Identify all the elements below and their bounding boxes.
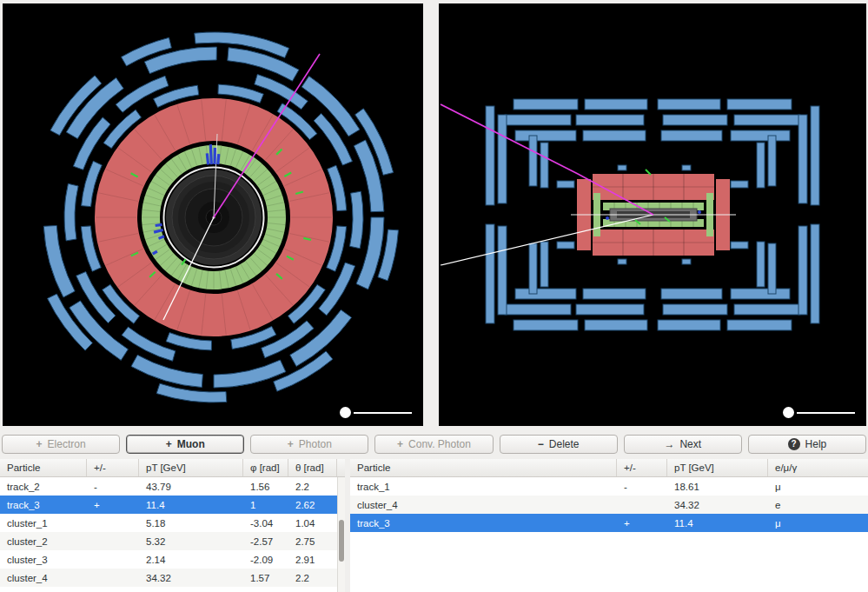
column-header-charge[interactable]: +/-	[617, 459, 667, 476]
table-cell: 2.2	[288, 573, 337, 583]
table-body: track_1-18.61μcluster_434.32etrack_3+11.…	[350, 477, 868, 592]
help-button[interactable]: ? Help	[748, 435, 866, 454]
transverse-view-canvas[interactable]	[3, 3, 423, 426]
table-cell: μ	[768, 482, 868, 492]
table-cell: 1.56	[243, 482, 288, 492]
table-cell: 5.18	[139, 518, 243, 529]
table-cell: 1.57	[243, 573, 288, 583]
table-cell: track_2	[0, 482, 87, 492]
table-body: track_2-43.791.562.2track_3+11.412.62clu…	[0, 477, 337, 592]
button-label: Photon	[299, 438, 332, 450]
column-header-charge[interactable]: +/-	[87, 459, 139, 476]
plus-icon: +	[36, 439, 43, 449]
table-cell: cluster_4	[350, 500, 617, 510]
table-cell: 5.32	[139, 536, 243, 547]
table-row[interactable]: cluster_15.18-3.041.04	[0, 514, 337, 532]
table-row[interactable]: cluster_32.14-2.092.91	[0, 550, 337, 569]
particle-table-right: Particle +/- pT [GeV] e/μ/γ track_1-18.6…	[350, 459, 868, 592]
button-label: Electron	[48, 438, 86, 450]
table-cell: track_3	[350, 518, 617, 529]
plus-icon: +	[166, 439, 172, 449]
add-conv-photon-button[interactable]: + Conv. Photon	[374, 435, 493, 454]
table-cell: e	[768, 500, 868, 510]
table-row[interactable]: track_2-43.791.562.2	[0, 477, 337, 496]
table-cell: 11.4	[139, 500, 243, 510]
column-header-pt[interactable]: pT [GeV]	[139, 459, 243, 476]
plus-icon: +	[288, 439, 294, 449]
table-cell: cluster_1	[0, 518, 87, 529]
scrollbar-thumb[interactable]	[339, 520, 344, 562]
table-row[interactable]: cluster_25.32-2.572.75	[0, 532, 337, 550]
plus-icon: +	[397, 439, 403, 449]
delete-button[interactable]: − Delete	[500, 435, 618, 454]
table-cell: cluster_2	[0, 536, 87, 547]
transverse-view-panel	[3, 3, 423, 426]
table-cell: μ	[768, 518, 868, 529]
zoom-slider-handle[interactable]	[340, 407, 351, 418]
particle-table-left: Particle +/- pT [GeV] φ [rad] θ [rad] tr…	[0, 459, 345, 592]
add-photon-button[interactable]: + Photon	[250, 435, 368, 454]
add-electron-button[interactable]: + Electron	[2, 435, 120, 454]
table-cell: +	[87, 500, 139, 510]
next-button[interactable]: → Next	[624, 435, 742, 454]
table-cell: 1.04	[288, 518, 337, 529]
column-header-pt[interactable]: pT [GeV]	[667, 459, 768, 476]
table-cell: -3.04	[243, 518, 288, 529]
table-cell: -	[617, 482, 667, 492]
add-muon-button[interactable]: + Muon	[126, 435, 244, 454]
button-label: Next	[679, 438, 701, 450]
table-cell: 1	[243, 500, 288, 510]
zoom-slider[interactable]	[783, 407, 858, 419]
table-cell: -	[87, 482, 139, 492]
button-label: Muon	[177, 438, 205, 450]
table-cell: cluster_4	[0, 573, 87, 583]
column-header-theta[interactable]: θ [rad]	[288, 459, 337, 476]
table-row[interactable]: track_3+11.412.62	[0, 496, 337, 514]
button-label: Delete	[549, 438, 580, 450]
column-header-particle[interactable]: Particle	[350, 459, 617, 476]
table-cell: 34.32	[139, 573, 243, 583]
table-cell: 2.91	[288, 555, 337, 565]
table-cell: +	[617, 518, 667, 529]
table-cell: 18.61	[667, 482, 768, 492]
table-row[interactable]: track_1-18.61μ	[350, 477, 868, 496]
header-corner	[337, 459, 345, 476]
table-cell: 34.32	[667, 500, 768, 510]
table-cell: 2.62	[288, 500, 337, 510]
event-display-app: + Electron + Muon + Photon + Conv. Photo…	[0, 0, 868, 592]
table-cell: 11.4	[667, 518, 768, 529]
table-cell: track_1	[350, 482, 617, 492]
longitudinal-view-canvas[interactable]	[439, 3, 866, 426]
table-row[interactable]: cluster_434.32e	[350, 496, 868, 514]
column-header-particle[interactable]: Particle	[0, 459, 87, 476]
table-cell: 2.2	[288, 482, 337, 492]
vertical-scrollbar[interactable]	[337, 477, 345, 592]
table-cell: 2.75	[288, 536, 337, 547]
zoom-slider-handle[interactable]	[783, 407, 794, 418]
table-cell: 43.79	[139, 482, 243, 492]
table-cell: 2.14	[139, 555, 243, 565]
table-cell: -2.57	[243, 536, 288, 547]
minus-icon: −	[538, 439, 544, 449]
zoom-slider-track[interactable]	[354, 412, 412, 414]
table-header: Particle +/- pT [GeV] φ [rad] θ [rad]	[0, 459, 345, 477]
table-header: Particle +/- pT [GeV] e/μ/γ	[350, 459, 868, 477]
column-header-phi[interactable]: φ [rad]	[243, 459, 288, 476]
column-header-id[interactable]: e/μ/γ	[768, 459, 868, 476]
table-row[interactable]: track_3+11.4μ	[350, 514, 868, 532]
zoom-slider[interactable]	[340, 407, 414, 419]
arrow-right-icon: →	[664, 439, 674, 449]
longitudinal-view-panel	[439, 3, 866, 426]
button-label: Conv. Photon	[408, 438, 471, 450]
table-cell: cluster_3	[0, 555, 87, 565]
toolbar: + Electron + Muon + Photon + Conv. Photo…	[2, 435, 866, 454]
help-icon: ?	[788, 438, 800, 450]
zoom-slider-track[interactable]	[797, 412, 855, 414]
table-cell: -2.09	[243, 555, 288, 565]
table-cell: track_3	[0, 500, 87, 510]
button-label: Help	[805, 438, 827, 450]
table-row[interactable]: cluster_434.321.572.2	[0, 569, 337, 587]
